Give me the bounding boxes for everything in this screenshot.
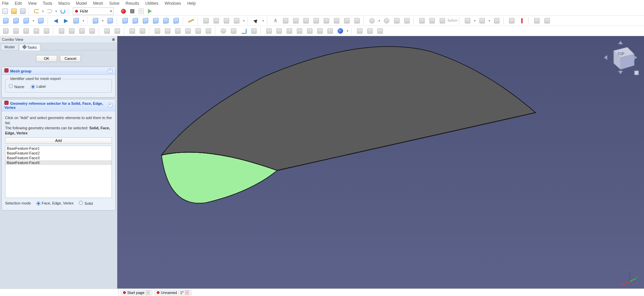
fixed-button[interactable] xyxy=(418,16,426,25)
t3-5[interactable] xyxy=(42,27,51,35)
t3-sphere-style[interactable] xyxy=(336,27,345,35)
solver-button[interactable]: Solver xyxy=(448,16,457,25)
menu-solve[interactable]: Solve xyxy=(109,1,119,6)
pipeline-button[interactable] xyxy=(532,16,541,25)
radio-fev[interactable]: Face, Edge, Vertex xyxy=(36,201,74,205)
t3-13[interactable] xyxy=(138,27,147,35)
t3-result1[interactable] xyxy=(355,27,364,35)
t3-mesh-netgen[interactable] xyxy=(163,27,172,35)
t3-post2[interactable] xyxy=(275,27,284,35)
mesh2-dropdown[interactable]: ▾ xyxy=(488,17,491,24)
t3-mesh-gmsh[interactable] xyxy=(153,27,162,35)
macro-stop-button[interactable] xyxy=(129,7,136,15)
material-fluid-button[interactable] xyxy=(291,16,300,25)
pipeline2-button[interactable] xyxy=(543,16,552,25)
close-icon[interactable]: × xyxy=(146,291,150,295)
t3-post5[interactable] xyxy=(305,27,314,35)
macro-list-button[interactable] xyxy=(137,7,145,15)
menu-windows[interactable]: Windows xyxy=(165,1,181,6)
cancel-button[interactable]: Cancel xyxy=(60,55,81,62)
analysis-button[interactable]: A xyxy=(271,16,280,25)
gear2-button[interactable] xyxy=(382,16,391,25)
link-replace-button[interactable] xyxy=(232,16,241,25)
t3-3[interactable] xyxy=(22,27,31,35)
t3-result2[interactable] xyxy=(366,27,374,35)
nav-left-button[interactable]: ◀ xyxy=(51,16,60,25)
collapse-button[interactable]: ⌃ xyxy=(108,68,113,73)
rear-view-button[interactable] xyxy=(151,16,160,25)
add-button[interactable]: Add xyxy=(5,137,112,144)
tab-tasks[interactable]: Tasks xyxy=(19,44,40,50)
t3-2[interactable] xyxy=(12,27,20,35)
t3-post6[interactable] xyxy=(316,27,324,35)
list-item[interactable]: BaseFeature:Face5 xyxy=(5,160,112,165)
contact-button[interactable] xyxy=(438,16,447,25)
panel-pin[interactable]: ▣ xyxy=(112,37,115,41)
t3-post3[interactable] xyxy=(285,27,294,35)
menu-tools[interactable]: Tools xyxy=(43,1,52,6)
t3-6[interactable] xyxy=(57,27,66,35)
tab-model[interactable]: Model xyxy=(1,44,18,50)
fit-selection-button[interactable] xyxy=(12,16,20,25)
close-icon[interactable]: × xyxy=(185,291,189,295)
left-view-button[interactable] xyxy=(172,16,181,25)
save-doc-button[interactable] xyxy=(19,7,27,15)
cursor-dropdown[interactable]: ▾ xyxy=(262,17,265,24)
menu-mesh[interactable]: Mesh xyxy=(93,1,103,6)
t3-result3[interactable] xyxy=(376,27,385,35)
gear1-dropdown[interactable]: ▾ xyxy=(378,17,381,24)
mesh1-button[interactable] xyxy=(463,16,472,25)
macro-run-button[interactable] xyxy=(146,7,154,15)
group-button[interactable] xyxy=(212,16,221,25)
t3-mesh-region[interactable] xyxy=(173,27,182,35)
right-view-button[interactable] xyxy=(141,16,150,25)
t3-8[interactable] xyxy=(78,27,86,35)
menu-model[interactable]: Model xyxy=(76,1,87,6)
open-doc-button[interactable] xyxy=(10,7,18,15)
collapse-button[interactable]: ⌃ xyxy=(108,103,113,108)
workbench-selector[interactable]: FEM xyxy=(73,7,114,15)
radio-name[interactable]: Name xyxy=(9,84,24,89)
macro-record-button[interactable] xyxy=(120,7,127,15)
mesh1-dropdown[interactable]: ▾ xyxy=(473,17,476,24)
fit-all-button[interactable] xyxy=(1,16,10,25)
material-solid-button[interactable] xyxy=(281,16,290,25)
menu-utilities[interactable]: Utilities xyxy=(145,1,158,6)
menu-file[interactable]: File xyxy=(2,1,9,6)
part-button[interactable] xyxy=(202,16,210,25)
menu-edit[interactable]: Edit xyxy=(15,1,22,6)
gear1-button[interactable] xyxy=(368,16,376,25)
t3-sphere-dropdown[interactable]: ▾ xyxy=(346,27,349,35)
cursor-button[interactable] xyxy=(252,16,260,25)
list-item[interactable]: BaseFeature:Face1 xyxy=(5,146,112,151)
bottom-view-button[interactable] xyxy=(162,16,170,25)
list-item[interactable]: BaseFeature:Face2 xyxy=(5,151,112,155)
link-button[interactable] xyxy=(72,16,81,25)
menu-results[interactable]: Results xyxy=(125,1,139,6)
material-nonlinear-button[interactable] xyxy=(302,16,310,25)
tab-start-page[interactable]: Start page × xyxy=(121,290,152,295)
t3-9[interactable] xyxy=(88,27,97,35)
3d-viewport[interactable]: TOP Y Z X xyxy=(117,36,644,289)
shell-thickness-button[interactable] xyxy=(322,16,331,25)
new-doc-button[interactable] xyxy=(1,7,9,15)
constraint-em-button[interactable] xyxy=(353,16,361,25)
t3-clip-x[interactable] xyxy=(229,27,238,35)
t3-post7[interactable] xyxy=(326,27,335,35)
t3-loop[interactable] xyxy=(239,27,248,35)
t3-mesh-refine[interactable] xyxy=(204,27,213,35)
navigation-cube[interactable]: TOP xyxy=(602,39,639,76)
mesh3-button[interactable] xyxy=(492,16,501,25)
top-view-button[interactable] xyxy=(131,16,140,25)
t3-11[interactable] xyxy=(113,27,122,35)
thermometer-button[interactable] xyxy=(518,16,526,25)
geometry-listbox[interactable]: BaseFeature:Face1 BaseFeature:Face2 Base… xyxy=(5,146,112,198)
beam-rotation-button[interactable] xyxy=(342,16,351,25)
link-ops-dropdown[interactable]: ▾ xyxy=(242,17,245,24)
measure-button[interactable] xyxy=(187,16,196,25)
t3-mesh-group[interactable] xyxy=(184,27,192,35)
beam-section-button[interactable] xyxy=(312,16,321,25)
nav-right-button[interactable]: ▶ xyxy=(62,16,70,25)
t3-10[interactable] xyxy=(103,27,112,35)
clipping-button[interactable] xyxy=(22,16,31,25)
